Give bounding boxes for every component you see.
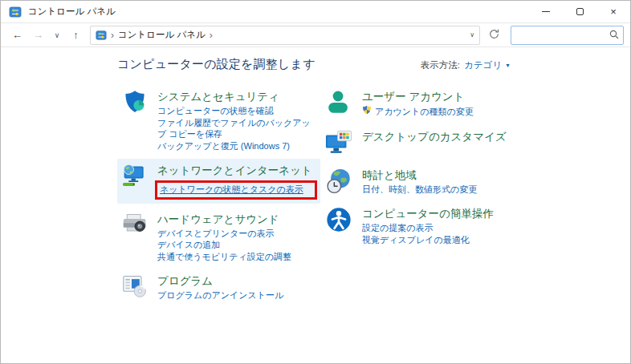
minimize-icon bbox=[542, 11, 550, 12]
desktop-personalize-icon[interactable] bbox=[325, 129, 352, 156]
category-text-system-security: システムとセキュリティコンピューターの状態を確認ファイル履歴でファイルのバックア… bbox=[157, 88, 319, 152]
category-text-appearance: デスクトップのカスタマイズ bbox=[362, 128, 507, 156]
dropdown-arrow-icon: ▼ bbox=[505, 63, 511, 68]
category-column-left: システムとセキュリティコンピューターの状態を確認ファイル履歴でファイルのバックア… bbox=[117, 85, 320, 309]
view-by-value: カテゴリ bbox=[464, 59, 502, 71]
view-by-dropdown[interactable]: カテゴリ ▼ bbox=[464, 59, 511, 71]
category-text-clock-region: 時計と地域日付、時刻、数値形式の変更 bbox=[362, 167, 477, 196]
task-link-system-security-2[interactable]: バックアップと復元 (Windows 7) bbox=[157, 140, 319, 152]
window-controls: × bbox=[529, 1, 630, 23]
breadcrumb-chevron-icon: › bbox=[111, 30, 114, 41]
arrow-left-icon: ← bbox=[12, 29, 22, 41]
category-title-ease-of-access[interactable]: コンピューターの簡単操作 bbox=[362, 207, 494, 220]
category-text-hardware-sound: ハードウェアとサウンドデバイスとプリンターの表示デバイスの追加共通で使うモビリテ… bbox=[157, 211, 291, 263]
up-button[interactable]: ↑ bbox=[66, 25, 86, 45]
category-title-appearance[interactable]: デスクトップのカスタマイズ bbox=[362, 130, 507, 144]
category-text-programs: プログラムプログラムのアンインストール bbox=[157, 273, 283, 301]
task-link-label: ファイル履歴でファイルのバックアップ コピーを保存 bbox=[157, 117, 319, 140]
category-appearance: デスクトップのカスタマイズ bbox=[320, 125, 630, 160]
category-text-network-internet: ネットワークとインターネットネットワークの状態とタスクの表示 bbox=[157, 162, 319, 200]
accessibility-icon[interactable] bbox=[325, 206, 352, 233]
task-link-clock-region-0[interactable]: 日付、時刻、数値形式の変更 bbox=[362, 184, 477, 196]
refresh-button[interactable] bbox=[482, 26, 505, 45]
maximize-icon bbox=[576, 8, 584, 15]
task-link-user-accounts-0[interactable]: アカウントの種類の変更 bbox=[362, 105, 474, 118]
maximize-button[interactable] bbox=[563, 1, 596, 23]
shield-icon[interactable] bbox=[122, 89, 148, 115]
category-text-user-accounts: ユーザー アカウントアカウントの種類の変更 bbox=[362, 88, 474, 118]
task-link-system-security-0[interactable]: コンピューターの状態を確認 bbox=[157, 105, 319, 117]
category-column-right: ユーザー アカウントアカウントの種類の変更デスクトップのカスタマイズ時計と地域日… bbox=[320, 85, 630, 309]
category-title-user-accounts[interactable]: ユーザー アカウント bbox=[362, 90, 464, 103]
control-panel-icon bbox=[96, 30, 107, 41]
breadcrumb-control-panel[interactable]: コントロール パネル bbox=[118, 29, 206, 41]
page-title: コンピューターの設定を調整します bbox=[117, 57, 630, 72]
task-link-label: 設定の提案の表示 bbox=[362, 222, 434, 234]
minimize-button[interactable] bbox=[529, 1, 563, 23]
category-network-internet: ネットワークとインターネットネットワークの状態とタスクの表示 bbox=[117, 159, 320, 204]
task-link-hardware-sound-2[interactable]: 共通で使うモビリティ設定の調整 bbox=[157, 251, 291, 263]
category-text-ease-of-access: コンピューターの簡単操作設定の提案の表示視覚ディスプレイの最適化 bbox=[362, 205, 494, 245]
search-input[interactable] bbox=[515, 30, 609, 40]
task-link-label: 共通で使うモビリティ設定の調整 bbox=[157, 251, 291, 263]
close-icon: × bbox=[610, 6, 617, 18]
category-system-security: システムとセキュリティコンピューターの状態を確認ファイル履歴でファイルのバックア… bbox=[117, 85, 320, 155]
programs-icon[interactable] bbox=[122, 273, 148, 299]
category-ease-of-access: コンピューターの簡単操作設定の提案の表示視覚ディスプレイの最適化 bbox=[320, 202, 630, 249]
task-link-hardware-sound-0[interactable]: デバイスとプリンターの表示 bbox=[157, 228, 291, 240]
task-link-label: ネットワークの状態とタスクの表示 bbox=[160, 184, 303, 196]
category-clock-region: 時計と地域日付、時刻、数値形式の変更 bbox=[320, 164, 630, 199]
address-dropdown-icon[interactable]: ∨ bbox=[470, 31, 474, 38]
annotation-red-box: ネットワークの状態とタスクの表示 bbox=[155, 180, 317, 200]
category-title-system-security[interactable]: システムとセキュリティ bbox=[157, 90, 279, 103]
close-button[interactable]: × bbox=[596, 1, 630, 23]
task-link-label: 視覚ディスプレイの最適化 bbox=[362, 234, 470, 246]
task-link-label: コンピューターの状態を確認 bbox=[157, 105, 274, 117]
refresh-icon bbox=[489, 29, 499, 42]
network-icon[interactable] bbox=[122, 163, 148, 188]
task-link-system-security-1[interactable]: ファイル履歴でファイルのバックアップ コピーを保存 bbox=[157, 117, 319, 140]
breadcrumb-chevron-icon[interactable]: › bbox=[210, 30, 213, 41]
view-by-label: 表示方法: bbox=[421, 59, 460, 71]
printer-icon[interactable] bbox=[122, 212, 148, 237]
category-programs: プログラムプログラムのアンインストール bbox=[117, 269, 320, 305]
task-link-ease-of-access-1[interactable]: 視覚ディスプレイの最適化 bbox=[362, 234, 494, 246]
category-title-hardware-sound[interactable]: ハードウェアとサウンド bbox=[157, 212, 279, 226]
category-hardware-sound: ハードウェアとサウンドデバイスとプリンターの表示デバイスの追加共通で使うモビリテ… bbox=[117, 208, 320, 266]
task-link-label: デバイスとプリンターの表示 bbox=[157, 228, 275, 240]
address-bar[interactable]: › コントロール パネル › ∨ bbox=[90, 26, 480, 45]
back-button[interactable]: ← bbox=[7, 25, 27, 45]
task-link-label: デバイスの追加 bbox=[157, 239, 220, 251]
category-user-accounts: ユーザー アカウントアカウントの種類の変更 bbox=[320, 85, 630, 121]
forward-button[interactable]: → bbox=[28, 25, 48, 45]
arrow-up-icon: ↑ bbox=[73, 29, 79, 41]
category-title-network-internet[interactable]: ネットワークとインターネット bbox=[157, 164, 312, 177]
chevron-down-icon: ∨ bbox=[55, 31, 60, 39]
category-title-clock-region[interactable]: 時計と地域 bbox=[362, 168, 417, 182]
task-link-label: アカウントの種類の変更 bbox=[375, 106, 474, 118]
control-panel-icon bbox=[9, 6, 22, 18]
task-link-label: プログラムのアンインストール bbox=[157, 289, 283, 301]
uac-shield-icon bbox=[362, 105, 372, 118]
navigation-bar: ← → ∨ ↑ › コントロール パネル › ∨ bbox=[1, 23, 630, 47]
task-link-label: 日付、時刻、数値形式の変更 bbox=[362, 184, 477, 196]
task-link-hardware-sound-1[interactable]: デバイスの追加 bbox=[157, 239, 291, 251]
task-link-label: バックアップと復元 (Windows 7) bbox=[157, 140, 290, 152]
task-link-programs-0[interactable]: プログラムのアンインストール bbox=[157, 289, 283, 301]
clock-globe-icon[interactable] bbox=[325, 168, 352, 195]
category-title-programs[interactable]: プログラム bbox=[157, 274, 213, 288]
control-panel-home: コンピューターの設定を調整します 表示方法: カテゴリ ▼ システムとセキュリテ… bbox=[1, 57, 630, 309]
titlebar: コントロール パネル × bbox=[1, 1, 630, 23]
window-title: コントロール パネル bbox=[28, 6, 529, 18]
arrow-right-icon: → bbox=[33, 29, 43, 41]
recent-locations-button[interactable]: ∨ bbox=[49, 25, 65, 45]
user-icon[interactable] bbox=[325, 89, 352, 116]
search-box[interactable] bbox=[511, 26, 624, 45]
search-icon[interactable] bbox=[609, 28, 619, 42]
task-link-ease-of-access-0[interactable]: 設定の提案の表示 bbox=[362, 222, 494, 234]
task-link-network-internet-0[interactable]: ネットワークの状態とタスクの表示 bbox=[160, 184, 303, 196]
